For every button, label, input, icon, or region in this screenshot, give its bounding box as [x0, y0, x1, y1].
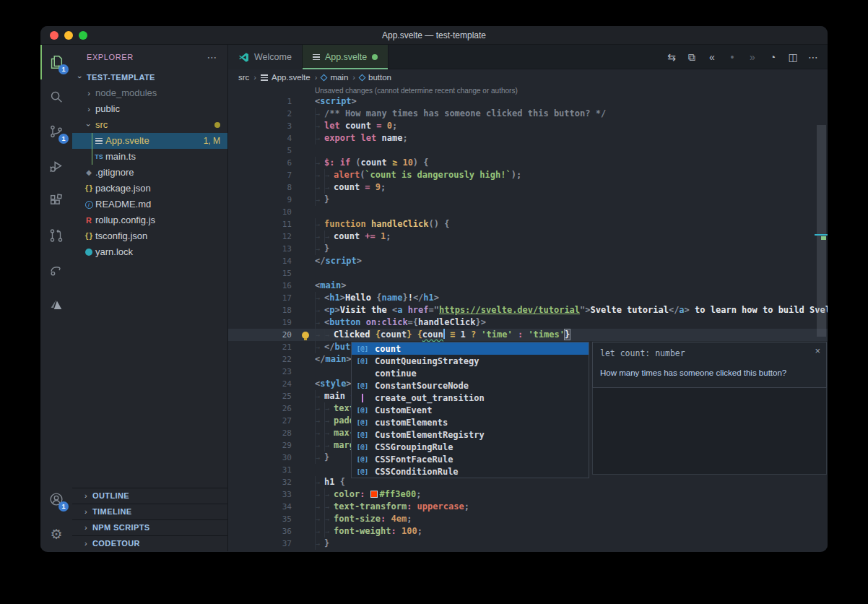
workspace-section-header[interactable]: › TEST-TEMPLATE [72, 69, 227, 85]
activitybar-search[interactable] [40, 79, 72, 114]
tree-item-main-ts[interactable]: TSmain.ts [72, 149, 227, 165]
codelens-text[interactable]: Unsaved changes (cannot determine recent… [315, 87, 518, 95]
overview-ruler-cursor-marker [815, 234, 828, 236]
code-line-10[interactable]: 10 [228, 206, 828, 218]
code-area[interactable]: Unsaved changes (cannot determine recent… [228, 85, 828, 551]
scm-badge: 1 [58, 134, 69, 144]
code-line-11[interactable]: 11→function handleClick() { [228, 218, 828, 230]
open-preview-side-button[interactable]: ⧉ [683, 51, 700, 64]
activitybar-github-pr[interactable] [40, 218, 72, 253]
code-line-14[interactable]: 14</script> [228, 255, 828, 267]
line-number: 16 [228, 280, 292, 292]
code-line-5[interactable]: 5 [228, 144, 828, 157]
breadcrumb-item-button[interactable]: button [360, 73, 391, 82]
code-line-8[interactable]: 8→→count = 9; [228, 181, 828, 194]
code-line-7[interactable]: 7→→alert(`count is dangerously high!`); [228, 169, 828, 181]
code-line-18[interactable]: 18→<p>Visit the <a href="https://svelte.… [228, 304, 828, 316]
suggestion-item-customevent[interactable]: [@]CustomEvent [352, 404, 589, 416]
code-line-12[interactable]: 12→→count += 1; [228, 230, 828, 243]
suggestion-item-continue[interactable]: continue [352, 367, 589, 379]
panel-codetour[interactable]: ›CODETOUR [72, 535, 227, 551]
code-line-35[interactable]: 35→→font-size: 4em; [228, 513, 828, 525]
tree-item-src[interactable]: ›src [72, 117, 227, 133]
ts-icon: TS [92, 149, 105, 165]
color-swatch[interactable] [370, 491, 378, 498]
tab-app-svelte[interactable]: App.svelte [303, 45, 389, 69]
activitybar-accounts[interactable]: 1 [40, 482, 72, 517]
suggestion-item-count[interactable]: [@]count [352, 342, 589, 355]
line-content: →<h1>Hello {name}!</h1> [315, 292, 439, 304]
next-change-button[interactable]: » [744, 51, 761, 63]
tree-item-tsconfig-json[interactable]: {}tsconfig.json [72, 228, 227, 244]
line-number: 12 [228, 230, 292, 243]
line-number: 6 [228, 157, 292, 169]
activitybar-explorer[interactable]: 1 [40, 45, 72, 79]
code-line-20[interactable]: 20→→Clicked {count} {coun ≡ 1 ? 'time' :… [228, 329, 828, 341]
suggestion-item-countqueuingstrategy[interactable]: [@]CountQueuingStrategy [352, 355, 589, 367]
panel-outline[interactable]: ›OUTLINE [72, 488, 227, 504]
code-line-33[interactable]: 33→→color: #ff3e00; [228, 488, 828, 501]
svelte-file-icon [92, 138, 105, 144]
code-line-6[interactable]: 6→$: if (count ≥ 10) { [228, 157, 828, 169]
more-actions-button[interactable]: ⋯ [804, 51, 822, 63]
code-line-1[interactable]: 1<script> [228, 95, 828, 108]
tree-item-label: README.md [95, 197, 151, 212]
tree-item-public[interactable]: ›public [72, 101, 227, 117]
code-line-2[interactable]: 2→/** How many times has someone clicked… [228, 108, 828, 120]
activitybar-spacer [40, 322, 72, 482]
suggestion-item-cssconditionrule[interactable]: [@]CSSConditionRule [352, 465, 589, 478]
tab-welcome[interactable]: Welcome [228, 45, 303, 69]
activitybar-live-share[interactable] [40, 253, 72, 288]
tree-item-node-modules[interactable]: ›node_modules [72, 85, 227, 101]
tree-item-rollup-config-js[interactable]: Rrollup.config.js [72, 212, 227, 228]
code-line-15[interactable]: 15 [228, 267, 828, 280]
suggestion-item-create_out_transition[interactable]: create_out_transition [352, 392, 589, 404]
lightbulb-icon[interactable] [302, 332, 309, 339]
breadcrumb-item-app-svelte[interactable]: App.svelte [261, 73, 311, 82]
git-status-badge: 1, M [204, 133, 220, 149]
breadcrumb-separator: › [352, 73, 355, 82]
panel-label: NPM SCRIPTS [92, 520, 150, 535]
code-line-37[interactable]: 37→} [228, 538, 828, 550]
suggestion-item-customelementregistry[interactable]: [@]CustomElementRegistry [352, 428, 589, 441]
activitybar-azure[interactable] [40, 288, 72, 322]
panel-timeline[interactable]: ›TIMELINE [72, 504, 227, 519]
suggestion-item-customelements[interactable]: [@]customElements [352, 416, 589, 428]
line-content: →→color: #ff3e00; [315, 488, 421, 501]
close-icon[interactable]: × [815, 345, 820, 356]
suggestion-item-cssgroupingrule[interactable]: [@]CSSGroupingRule [352, 441, 589, 453]
code-line-16[interactable]: 16<main> [228, 280, 828, 292]
previous-change-button[interactable]: « [703, 51, 721, 63]
current-change-button[interactable]: • [724, 51, 741, 63]
tree-item-package-json[interactable]: {}package.json [72, 181, 227, 197]
activitybar-settings[interactable]: ⚙ [40, 517, 72, 551]
activitybar-run-debug[interactable] [40, 149, 72, 184]
more-actions-icon[interactable]: ⋯ [207, 45, 217, 69]
scrollbar[interactable] [817, 125, 826, 337]
suggestion-item-constantsourcenode[interactable]: [@]ConstantSourceNode [352, 379, 589, 392]
line-content: </script> [315, 255, 362, 267]
suggestion-item-cssfontfacerule[interactable]: [@]CSSFontFaceRule [352, 453, 589, 465]
code-line-9[interactable]: 9→} [228, 194, 828, 206]
breadcrumb-item-src[interactable]: src [238, 73, 249, 82]
code-line-36[interactable]: 36→→font-weight: 100; [228, 525, 828, 538]
code-line-19[interactable]: 19→<button on:click={handleClick}> [228, 316, 828, 329]
tree-item-app-svelte[interactable]: App.svelte1, M [72, 133, 227, 149]
open-changes-button[interactable]: ⇆ [663, 51, 680, 63]
rollup-icon: R [82, 212, 95, 228]
modified-dot-icon [372, 54, 378, 60]
run-action-button[interactable]: ◔ [764, 51, 781, 63]
activitybar-extensions[interactable] [40, 184, 72, 218]
activitybar-source-control[interactable]: 1 [40, 114, 72, 149]
code-line-4[interactable]: 4→export let name; [228, 132, 828, 144]
split-editor-button[interactable]: ◫ [784, 51, 802, 63]
panel-npm-scripts[interactable]: ›NPM SCRIPTS [72, 519, 227, 535]
tree-item--gitignore[interactable]: ◆.gitignore [72, 165, 227, 181]
code-line-17[interactable]: 17→<h1>Hello {name}!</h1> [228, 292, 828, 304]
code-line-34[interactable]: 34→→text-transform: uppercase; [228, 501, 828, 513]
breadcrumb-item-main[interactable]: main [321, 73, 348, 82]
tree-item-readme-md[interactable]: iREADME.md [72, 197, 227, 212]
tree-item-yarn-lock[interactable]: yarn.lock [72, 244, 227, 260]
code-line-3[interactable]: 3→let count = 0; [228, 120, 828, 132]
code-line-13[interactable]: 13→} [228, 243, 828, 255]
